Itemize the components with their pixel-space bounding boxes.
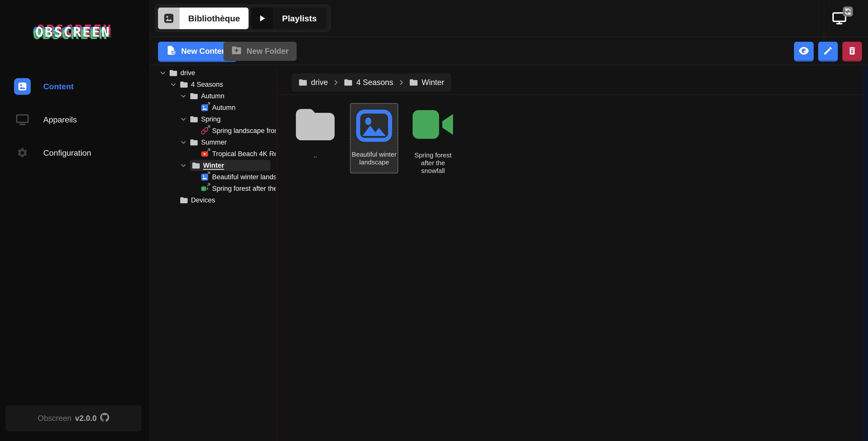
chevron-down-icon[interactable] xyxy=(180,116,187,123)
tile-label: Spring forest after the snowfall xyxy=(411,151,455,175)
chevron-down-icon[interactable] xyxy=(180,139,187,145)
breadcrumb: drive 4 Seasons Winter xyxy=(291,73,451,92)
tab-bibliotheque[interactable]: Bibliothèque xyxy=(158,7,249,29)
sidebar-footer: Obscreen v2.0.0 xyxy=(5,405,142,432)
edit-button[interactable] xyxy=(818,42,838,60)
folder-icon xyxy=(294,107,336,142)
tile-grid: .. Beautiful winter landscape Spring for… xyxy=(291,103,457,175)
tree-item-spring-forest-video[interactable]: Spring forest after the sn xyxy=(151,183,276,194)
new-folder-button[interactable]: New Folder xyxy=(223,42,297,61)
video-content-icon xyxy=(201,185,209,193)
chevron-down-icon[interactable] xyxy=(170,81,177,88)
breadcrumb-item-drive[interactable]: drive xyxy=(299,78,328,87)
tile-beautiful-winter-landscape[interactable]: Beautiful winter landscape xyxy=(350,103,398,173)
folder-icon xyxy=(409,79,418,86)
breadcrumb-label: Winter xyxy=(422,78,444,87)
monitor-refresh-icon[interactable] xyxy=(832,6,856,26)
tree-item-label: Spring xyxy=(201,115,221,123)
sidebar-item-content[interactable]: Content xyxy=(0,73,150,100)
tree-item-spring-landscape-link[interactable]: Spring landscape from sl xyxy=(151,125,276,137)
tree-item-summer-folder[interactable]: Summer xyxy=(151,137,276,148)
tree-item-autumn-image[interactable]: Autumn xyxy=(151,102,276,113)
folder-icon xyxy=(192,162,200,169)
breadcrumb-item-winter[interactable]: Winter xyxy=(409,78,444,87)
sidebar-item-label: Content xyxy=(43,82,74,91)
external-arrow-icon xyxy=(207,102,211,106)
link-content-icon xyxy=(201,127,209,135)
tree-item-label: Spring landscape from sl xyxy=(212,127,276,135)
header-separator xyxy=(824,0,824,37)
gear-icon xyxy=(14,144,31,161)
tree-item-label: Spring forest after the sn xyxy=(212,185,276,193)
tree-resize-handle[interactable] xyxy=(276,66,278,441)
external-arrow-icon xyxy=(207,183,211,187)
eye-icon xyxy=(798,46,810,57)
folder-icon xyxy=(190,116,198,123)
file-plus-icon xyxy=(166,45,176,57)
sidebar-item-label: Configuration xyxy=(43,148,91,158)
tree-item-label: Tropical Beach 4K Relaxa xyxy=(212,150,276,158)
breadcrumb-label: 4 Seasons xyxy=(356,78,393,87)
content-divider xyxy=(278,95,868,95)
image-content-icon xyxy=(201,173,209,181)
delete-button[interactable] xyxy=(842,42,862,60)
preview-button[interactable] xyxy=(794,42,814,60)
tile-label: Beautiful winter landscape xyxy=(352,150,397,166)
file-explorer: drive 4 Seasons Winter .. xyxy=(278,66,868,441)
external-arrow-icon xyxy=(207,125,211,129)
sidebar: OBSCREEN Content Appareils Configuration… xyxy=(0,0,150,441)
top-header: Bibliothèque Playlists xyxy=(151,0,868,37)
tree-item-label: Devices xyxy=(191,196,215,204)
main-area: drive 4 Seasons Autumn Autumn Spring xyxy=(151,66,868,441)
tree-item-drive[interactable]: drive xyxy=(151,67,276,79)
pencil-icon xyxy=(823,46,833,57)
folder-icon xyxy=(190,139,198,146)
tree-item-winter-folder[interactable]: Winter xyxy=(151,160,276,171)
video-content-icon xyxy=(411,107,455,142)
breadcrumb-item-4-seasons[interactable]: 4 Seasons xyxy=(344,78,393,87)
sidebar-item-configuration[interactable]: Configuration xyxy=(0,140,150,166)
vertical-scrollbar[interactable] xyxy=(863,66,868,441)
tree-item-label: 4 Seasons xyxy=(191,81,223,89)
chevron-down-icon[interactable] xyxy=(159,70,166,76)
tile-label: .. xyxy=(313,151,317,159)
tree-item-beautiful-winter-image[interactable]: Beautiful winter landscap xyxy=(151,171,276,183)
tree-item-label: Winter xyxy=(203,162,224,169)
tab-playlists[interactable]: Playlists xyxy=(251,7,326,29)
folder-tree: drive 4 Seasons Autumn Autumn Spring xyxy=(151,66,276,441)
chevron-right-icon xyxy=(398,79,405,86)
chevron-down-icon[interactable] xyxy=(180,162,187,169)
image-icon xyxy=(158,7,180,29)
tree-item-label: Autumn xyxy=(212,104,236,112)
folder-icon xyxy=(169,70,177,76)
tree-item-label: drive xyxy=(180,69,195,77)
folder-icon xyxy=(180,81,188,88)
tree-item-label: Summer xyxy=(201,139,227,146)
image-content-icon xyxy=(355,108,393,143)
selected-tree-row: Winter xyxy=(190,160,271,171)
tab-label: Playlists xyxy=(273,7,326,29)
button-label: New Content xyxy=(181,47,229,56)
chevron-down-icon[interactable] xyxy=(180,93,187,99)
tree-item-devices-folder[interactable]: Devices xyxy=(151,194,276,206)
tree-item-4-seasons[interactable]: 4 Seasons xyxy=(151,79,276,90)
tile-folder-up[interactable]: .. xyxy=(291,103,339,159)
tab-label: Bibliothèque xyxy=(180,7,249,29)
external-arrow-icon xyxy=(207,148,211,152)
image-content-icon xyxy=(201,104,209,112)
breadcrumb-label: drive xyxy=(311,78,328,87)
sidebar-item-appareils[interactable]: Appareils xyxy=(0,107,150,133)
tree-item-autumn-folder[interactable]: Autumn xyxy=(151,90,276,102)
folder-icon xyxy=(299,79,307,86)
tree-item-spring-folder[interactable]: Spring xyxy=(151,113,276,125)
folder-icon xyxy=(180,197,188,204)
trash-icon xyxy=(847,46,857,57)
chevron-right-icon xyxy=(332,79,339,86)
github-icon[interactable] xyxy=(100,413,109,424)
folder-plus-icon xyxy=(231,46,242,57)
tree-item-label: Beautiful winter landscap xyxy=(212,173,276,181)
folder-icon xyxy=(344,79,352,86)
tree-item-tropical-beach-youtube[interactable]: Tropical Beach 4K Relaxa xyxy=(151,148,276,160)
tile-spring-forest-snowfall[interactable]: Spring forest after the snowfall xyxy=(409,103,457,175)
youtube-content-icon xyxy=(201,150,209,158)
